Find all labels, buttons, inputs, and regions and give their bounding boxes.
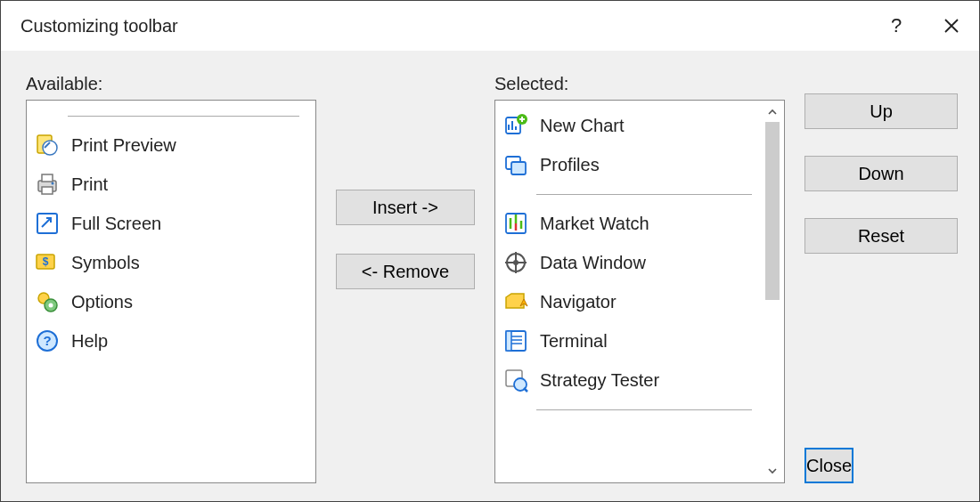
list-item-label: Profiles (540, 155, 600, 175)
scrollbar[interactable] (763, 102, 782, 481)
separator-line (68, 116, 299, 117)
list-item[interactable]: Strategy Tester (497, 360, 763, 400)
available-column: Available: Print Preview (26, 74, 316, 483)
list-item-label: Strategy Tester (540, 370, 659, 391)
chevron-down-icon (767, 466, 778, 476)
separator-line (536, 194, 752, 195)
selected-column: Selected: New Chart (494, 74, 785, 483)
print-icon (34, 171, 61, 198)
symbols-icon: $ (34, 249, 61, 276)
list-item-label: Navigator (540, 292, 617, 312)
remove-button[interactable]: <- Remove (336, 254, 475, 289)
scroll-down-button[interactable] (763, 461, 782, 481)
svg-text:$: $ (43, 255, 49, 268)
list-item[interactable]: Print (29, 165, 310, 204)
list-item-label: Full Screen (71, 214, 161, 234)
new-chart-icon (502, 112, 529, 139)
close-icon (943, 18, 960, 34)
list-item-label: Help (71, 331, 108, 352)
list-item[interactable]: ? Help (29, 321, 310, 360)
dialog-window: Customizing toolbar ? Available: (0, 0, 980, 502)
list-item-label: Print (71, 174, 108, 195)
up-button[interactable]: Up (804, 93, 958, 129)
svg-point-11 (49, 304, 53, 308)
list-item-label: Data Window (540, 253, 646, 273)
options-icon (34, 288, 61, 315)
svg-rect-4 (42, 187, 53, 194)
insert-button[interactable]: Insert -> (336, 190, 475, 225)
scroll-thumb[interactable] (765, 122, 780, 300)
help-icon: ? (34, 328, 61, 354)
separator-row[interactable] (29, 106, 310, 126)
selected-listbox[interactable]: New Chart Profiles (494, 100, 785, 483)
svg-rect-22 (506, 331, 511, 351)
list-item[interactable]: Market Watch (497, 204, 763, 243)
list-item-label: Print Preview (71, 135, 176, 156)
chevron-up-icon (767, 107, 778, 117)
available-listbox[interactable]: Print Preview Print Full (26, 100, 316, 483)
separator-line (536, 409, 752, 410)
list-item[interactable]: Full Screen (29, 204, 310, 243)
question-mark-icon: ? (891, 14, 902, 37)
list-item[interactable]: Profiles (497, 145, 763, 184)
separator-row[interactable] (497, 400, 763, 419)
available-label: Available: (26, 74, 316, 94)
market-watch-icon (502, 210, 529, 237)
list-item[interactable]: Terminal (497, 321, 763, 360)
list-item[interactable]: Print Preview (29, 126, 310, 165)
selected-label: Selected: (494, 74, 785, 94)
scroll-track[interactable] (763, 122, 782, 461)
svg-text:?: ? (43, 333, 51, 348)
profiles-icon (502, 151, 529, 178)
svg-rect-6 (37, 214, 57, 233)
titlebar: Customizing toolbar ? (1, 1, 979, 51)
list-item-label: New Chart (540, 116, 624, 136)
side-buttons-column: Up Down Reset Close (804, 74, 958, 483)
strategy-tester-icon (502, 367, 529, 393)
svg-point-20 (513, 260, 519, 265)
transfer-buttons-column: Insert -> <- Remove (336, 74, 475, 483)
reset-button[interactable]: Reset (804, 218, 958, 254)
close-button[interactable]: Close (804, 448, 853, 483)
svg-point-5 (52, 182, 54, 185)
list-item-label: Symbols (71, 253, 140, 273)
fullscreen-icon (34, 210, 61, 237)
list-item-label: Options (71, 292, 133, 312)
svg-rect-3 (42, 174, 53, 182)
list-item[interactable]: $ Symbols (29, 243, 310, 282)
navigator-icon (502, 288, 529, 315)
list-item[interactable]: New Chart (497, 106, 763, 145)
help-titlebar-button[interactable]: ? (869, 1, 924, 51)
list-item-label: Market Watch (540, 214, 649, 234)
list-item[interactable]: Options (29, 282, 310, 321)
scroll-up-button[interactable] (763, 102, 782, 122)
print-preview-icon (34, 132, 61, 158)
titlebar-actions: ? (869, 1, 979, 51)
svg-rect-17 (511, 162, 526, 174)
dialog-title: Customizing toolbar (20, 16, 178, 36)
data-window-icon (502, 249, 529, 276)
list-item[interactable]: Navigator (497, 282, 763, 321)
dialog-body: Available: Print Preview (1, 51, 979, 501)
separator-row[interactable] (497, 184, 763, 204)
list-item[interactable]: Data Window (497, 243, 763, 282)
list-item-label: Terminal (540, 331, 608, 352)
terminal-icon (502, 328, 529, 354)
close-titlebar-button[interactable] (924, 1, 979, 51)
down-button[interactable]: Down (804, 156, 958, 191)
